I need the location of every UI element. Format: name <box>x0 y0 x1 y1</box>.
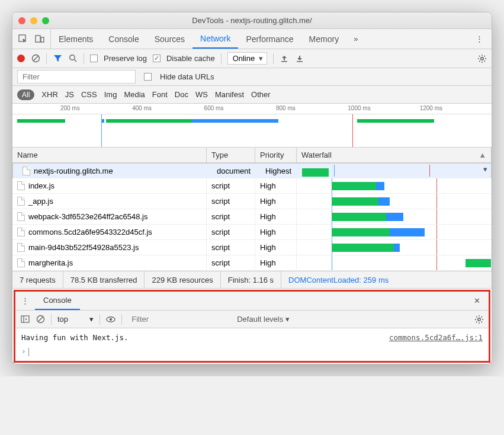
request-priority: High <box>255 225 297 239</box>
request-type: script <box>207 225 255 239</box>
throttling-select[interactable]: Online <box>227 52 268 65</box>
filter-input[interactable] <box>17 70 136 84</box>
table-row[interactable]: index.jsscriptHigh <box>12 178 492 194</box>
search-icon[interactable] <box>68 54 78 63</box>
drawer-tab-console[interactable]: Console <box>35 292 80 310</box>
hide-data-urls-label: Hide data URLs <box>160 72 214 81</box>
type-filter-css[interactable]: CSS <box>81 90 97 99</box>
request-type: script <box>207 194 255 209</box>
svg-point-15 <box>110 318 112 320</box>
console-prompt[interactable]: › <box>15 346 489 361</box>
request-priority: High <box>255 255 297 270</box>
type-filter-xhr[interactable]: XHR <box>41 90 57 99</box>
more-tabs-button[interactable]: » <box>346 34 365 43</box>
type-filter-all[interactable]: All <box>17 89 34 100</box>
table-row[interactable]: commons.5cd2a6fe9543322d45cf.jsscriptHig… <box>12 225 492 240</box>
svg-rect-1 <box>36 36 40 42</box>
svg-rect-2 <box>41 37 44 42</box>
type-filter-other[interactable]: Other <box>251 90 271 99</box>
request-priority: Highest <box>261 165 302 177</box>
drawer-close-button[interactable]: ✕ <box>466 296 489 305</box>
summary-finish: Finish: 1.16 s <box>221 271 281 288</box>
timeline-ruler: 200 ms 400 ms 600 ms 800 ms 1000 ms 1200… <box>12 104 492 114</box>
devtools-window: DevTools - nextjs-routing.glitch.me/ Ele… <box>12 12 492 364</box>
console-message: Having fun with Next.js. commons.5cd2a6f… <box>21 332 483 343</box>
waterfall-cell <box>297 209 492 224</box>
table-row[interactable]: nextjs-routing.glitch.medocumentHighest <box>12 163 492 178</box>
console-sidebar-icon[interactable] <box>20 315 30 324</box>
zoom-window-button[interactable] <box>42 17 49 24</box>
request-priority: High <box>255 240 297 255</box>
log-levels-select[interactable]: Default levels <box>237 315 290 324</box>
tab-console[interactable]: Console <box>101 29 146 49</box>
type-filter-bar: All XHR JS CSS Img Media Font Doc WS Man… <box>12 86 492 104</box>
upload-icon[interactable] <box>280 54 289 63</box>
svg-line-6 <box>74 60 76 62</box>
inspect-icon[interactable] <box>18 34 28 44</box>
highlighted-console-drawer: ⋮ Console ✕ top ▾ Default levels Having … <box>14 290 490 363</box>
tab-performance[interactable]: Performance <box>238 29 301 49</box>
titlebar: DevTools - nextjs-routing.glitch.me/ <box>12 12 492 29</box>
console-source-link[interactable]: commons.5cd2a6f….js:1 <box>389 333 483 342</box>
type-filter-js[interactable]: JS <box>65 90 74 99</box>
svg-rect-8 <box>297 61 303 62</box>
type-filter-doc[interactable]: Doc <box>175 90 188 99</box>
request-type: script <box>207 178 255 193</box>
minimize-window-button[interactable] <box>30 17 37 24</box>
console-settings-icon[interactable] <box>474 315 484 324</box>
file-icon <box>17 228 25 236</box>
context-select[interactable]: top ▾ <box>57 315 94 324</box>
device-mode-icon[interactable] <box>35 34 44 44</box>
col-type[interactable]: Type <box>207 148 255 162</box>
table-row[interactable]: margherita.jsscriptHigh <box>12 255 492 271</box>
network-toolbar: Preserve log Disable cache Online <box>12 49 492 68</box>
summary-transferred: 78.5 KB transferred <box>63 271 145 288</box>
col-priority[interactable]: Priority <box>255 148 297 162</box>
col-waterfall[interactable]: Waterfall▲ <box>297 148 492 162</box>
tab-memory[interactable]: Memory <box>301 29 347 49</box>
type-filter-ws[interactable]: WS <box>195 90 208 99</box>
request-name: nextjs-routing.glitch.me <box>34 167 113 175</box>
console-filter-input[interactable] <box>128 315 231 324</box>
file-icon <box>17 243 25 252</box>
download-icon[interactable] <box>295 54 304 63</box>
request-name: webpack-3df6523e264ff2ac6548.js <box>28 212 147 221</box>
settings-menu-button[interactable]: ⋮ <box>467 34 492 43</box>
preserve-log-checkbox[interactable] <box>90 55 98 62</box>
file-icon <box>17 258 25 267</box>
window-title: DevTools - nextjs-routing.glitch.me/ <box>18 16 486 25</box>
timeline-overview[interactable] <box>12 114 492 148</box>
console-clear-icon[interactable] <box>36 315 45 324</box>
file-icon <box>23 167 30 175</box>
svg-rect-10 <box>21 316 29 322</box>
disable-cache-checkbox[interactable] <box>153 55 160 62</box>
table-row[interactable]: main-9d4b3b522f54928a5523.jsscriptHigh <box>12 240 492 255</box>
col-name[interactable]: Name <box>12 148 207 162</box>
record-button[interactable] <box>17 55 25 62</box>
tab-network[interactable]: Network <box>192 29 238 49</box>
close-window-button[interactable] <box>18 17 25 24</box>
network-table-header: Name Type Priority Waterfall▲ <box>12 148 492 163</box>
type-filter-img[interactable]: Img <box>104 90 117 99</box>
type-filter-manifest[interactable]: Manifest <box>215 90 244 99</box>
tab-elements[interactable]: Elements <box>51 29 101 49</box>
hide-data-urls-checkbox[interactable] <box>144 73 152 81</box>
live-expression-icon[interactable] <box>106 315 115 324</box>
waterfall-cell <box>297 194 492 209</box>
clear-icon[interactable] <box>31 54 40 63</box>
svg-line-4 <box>33 56 38 61</box>
request-type: script <box>207 240 255 255</box>
table-row[interactable]: webpack-3df6523e264ff2ac6548.jsscriptHig… <box>12 209 492 225</box>
console-output: Having fun with Next.js. commons.5cd2a6f… <box>15 328 489 346</box>
filter-icon[interactable] <box>53 54 62 63</box>
file-icon <box>17 197 25 206</box>
table-row[interactable]: _app.jsscriptHigh <box>12 194 492 209</box>
network-settings-icon[interactable] <box>477 54 487 63</box>
drawer-menu-button[interactable]: ⋮ <box>15 296 35 305</box>
type-filter-font[interactable]: Font <box>152 90 168 99</box>
tab-sources[interactable]: Sources <box>147 29 192 49</box>
request-type: script <box>207 255 255 270</box>
type-filter-media[interactable]: Media <box>124 90 145 99</box>
file-icon <box>17 212 25 221</box>
waterfall-cell <box>297 255 492 270</box>
